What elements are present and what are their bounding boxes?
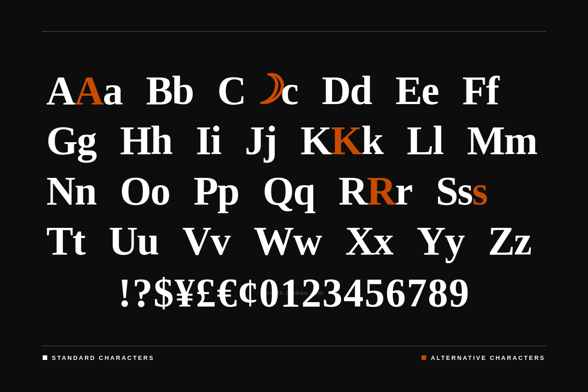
char-K: K — [300, 117, 331, 164]
char-D: D — [322, 67, 350, 114]
char-group-u: Uu — [109, 218, 159, 264]
char-Q: Q — [263, 168, 293, 214]
char-r: r — [395, 168, 412, 214]
char-group-s: Sss — [436, 168, 487, 214]
char-g: g — [77, 117, 96, 164]
char-X: X — [345, 218, 374, 264]
char-group-c: C☽c — [217, 67, 298, 114]
top-divider — [42, 31, 546, 32]
char-k: k — [361, 117, 383, 164]
legend-alternative-label: ALTERNATIVE CHARACTERS — [431, 354, 545, 361]
char-b: b — [172, 67, 194, 114]
char-V: V — [183, 218, 211, 264]
char-M: M — [467, 117, 504, 164]
char-group-f: Ff — [462, 67, 499, 114]
char-group-a: AAa — [46, 67, 122, 114]
char-q: q — [293, 168, 315, 214]
char-group-g: Gg — [46, 117, 96, 164]
char-group-v: Vv — [183, 218, 230, 264]
char-C: C — [217, 67, 246, 114]
char-L: L — [407, 117, 433, 164]
char-group-i: Ii — [196, 117, 221, 164]
char-group-e: Ee — [395, 67, 438, 114]
char-C-alt: ☽ — [245, 67, 281, 114]
char-v: v — [211, 218, 230, 264]
char-group-o: Oo — [120, 168, 170, 214]
char-group-q: Qq — [263, 168, 315, 214]
char-O: O — [120, 168, 150, 214]
char-h: h — [150, 117, 172, 164]
char-A: A — [46, 67, 75, 114]
char-n: n — [75, 168, 96, 214]
char-y: y — [445, 218, 464, 264]
char-d: d — [350, 67, 372, 114]
char-Z: Z — [488, 218, 514, 264]
legend-square-white — [43, 355, 47, 360]
char-s-alt: s — [472, 168, 487, 214]
char-T: T — [46, 218, 72, 264]
legend: STANDARD CHARACTERS ALTERNATIVE CHARACTE… — [42, 354, 546, 361]
char-R: R — [338, 168, 367, 214]
watermark-overlay: icmdk.taobao.com — [264, 289, 324, 296]
char-s: s — [457, 168, 472, 214]
alphabet-row-3: Nn Oo Pp Qq RRr Sss — [42, 166, 546, 216]
char-P: P — [194, 168, 217, 214]
char-f: f — [486, 67, 498, 114]
char-o: o — [150, 168, 170, 214]
char-l: l — [433, 117, 443, 164]
char-c: c — [281, 67, 298, 114]
char-group-p: Pp — [194, 168, 239, 214]
char-group-z: Zz — [488, 218, 531, 264]
char-w: w — [293, 218, 322, 264]
alphabet-row-2: Gg Hh Ii Jj KKk Ll Mm — [42, 116, 546, 166]
legend-standard-label: STANDARD CHARACTERS — [52, 354, 155, 361]
char-group-y: Yy — [416, 218, 464, 264]
char-t: t — [72, 218, 85, 264]
char-a: a — [103, 67, 122, 114]
char-group-b: Bb — [146, 67, 194, 114]
char-J: J — [245, 117, 264, 164]
char-group-d: Dd — [322, 67, 372, 114]
char-m: m — [504, 117, 537, 164]
char-I: I — [196, 117, 211, 164]
char-x: x — [373, 218, 393, 264]
char-i: i — [211, 117, 221, 164]
char-N: N — [46, 168, 75, 214]
legend-square-orange — [422, 355, 426, 360]
char-group-l: Ll — [407, 117, 443, 164]
char-Y: Y — [416, 218, 445, 264]
char-S: S — [436, 168, 457, 214]
char-E: E — [395, 67, 422, 114]
char-z: z — [514, 218, 531, 264]
char-group-x: Xx — [345, 218, 393, 264]
alphabet-section: AAa Bb C☽c Dd Ee Ff Gg Hh — [42, 45, 546, 346]
alphabet-row-4: Tt Uu Vv Ww Xx Yy Zz — [42, 216, 546, 266]
char-group-r: RRr — [338, 168, 412, 214]
char-A-alt: A — [75, 67, 103, 114]
char-group-k: KKk — [300, 117, 383, 164]
char-W: W — [254, 218, 293, 264]
char-group-m: Mm — [467, 117, 537, 164]
char-group-j: Jj — [245, 117, 277, 164]
bottom-divider — [42, 346, 546, 346]
char-U: U — [109, 218, 137, 264]
char-j: j — [264, 117, 277, 164]
alphabet-row-1: AAa Bb C☽c Dd Ee Ff — [42, 66, 546, 116]
char-B: B — [146, 67, 172, 114]
char-K-alt: K — [331, 117, 361, 164]
symbols-text: !?$¥£€¢0123456789 icmdk.taobao.com — [118, 270, 470, 316]
char-R-alt: R — [367, 168, 395, 214]
main-container: AAa Bb C☽c Dd Ee Ff Gg Hh — [42, 31, 546, 361]
char-group-w: Ww — [254, 218, 322, 264]
char-group-t: Tt — [46, 218, 85, 264]
char-H: H — [120, 117, 150, 164]
char-group-h: Hh — [120, 117, 172, 164]
char-F: F — [462, 67, 486, 114]
symbols-row: !?$¥£€¢0123456789 icmdk.taobao.com — [42, 266, 546, 325]
char-group-n: Nn — [46, 168, 96, 214]
char-e: e — [422, 67, 438, 114]
legend-alternative: ALTERNATIVE CHARACTERS — [422, 354, 545, 361]
char-G: G — [46, 117, 77, 164]
char-u: u — [137, 218, 159, 264]
char-p: p — [217, 168, 239, 214]
